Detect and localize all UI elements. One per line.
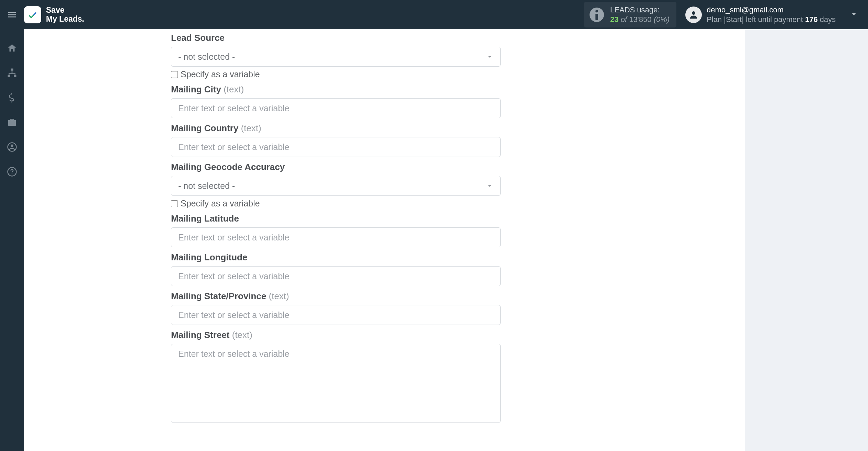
checkbox-lead-source-variable-input[interactable] bbox=[171, 71, 178, 78]
user-icon bbox=[688, 10, 699, 20]
leads-usage-box[interactable]: LEADS usage: 23 of 13'850 (0%) bbox=[584, 2, 676, 27]
chevron-down-icon bbox=[486, 53, 493, 60]
info-icon bbox=[590, 8, 604, 22]
user-menu[interactable]: demo_sml@gmail.com Plan |Start| left unt… bbox=[685, 5, 836, 24]
leads-total: 13'850 bbox=[629, 15, 651, 24]
form-card: Lead Source - not selected - Specify as … bbox=[24, 29, 745, 451]
field-mailing-state: Mailing State/Province (text) bbox=[171, 291, 745, 325]
input-mailing-city[interactable] bbox=[178, 103, 493, 113]
sitemap-icon bbox=[7, 68, 17, 78]
chevron-down-icon bbox=[849, 10, 858, 19]
input-mailing-longitude-wrap bbox=[171, 266, 501, 286]
leads-used: 23 bbox=[610, 15, 618, 24]
chevron-down-icon bbox=[486, 182, 493, 190]
logo-badge bbox=[24, 6, 41, 23]
header-expand-button[interactable] bbox=[836, 10, 858, 20]
checkbox-lead-source-variable[interactable]: Specify as a variable bbox=[171, 69, 745, 79]
leads-pct: (0%) bbox=[654, 15, 670, 24]
dollar-icon bbox=[7, 92, 17, 103]
input-mailing-latitude[interactable] bbox=[178, 233, 493, 243]
sidebar-item-account[interactable] bbox=[5, 140, 19, 154]
sidebar-item-help[interactable] bbox=[5, 165, 19, 178]
logo[interactable]: Save My Leads. bbox=[24, 6, 84, 23]
label-mailing-street: Mailing Street (text) bbox=[171, 330, 745, 340]
label-mailing-state: Mailing State/Province (text) bbox=[171, 291, 745, 302]
input-mailing-state-wrap bbox=[171, 305, 501, 325]
input-mailing-country-wrap bbox=[171, 137, 501, 157]
select-lead-source[interactable]: - not selected - bbox=[171, 47, 501, 67]
briefcase-icon bbox=[7, 117, 17, 127]
svg-rect-5 bbox=[14, 75, 16, 77]
label-lead-source: Lead Source bbox=[171, 33, 745, 43]
svg-point-2 bbox=[692, 11, 695, 15]
label-mailing-latitude: Mailing Latitude bbox=[171, 213, 745, 224]
field-mailing-geocode-accuracy: Mailing Geocode Accuracy - not selected … bbox=[171, 162, 745, 208]
svg-rect-3 bbox=[11, 69, 13, 71]
sidebar-item-home[interactable] bbox=[5, 42, 19, 55]
label-mailing-city: Mailing City (text) bbox=[171, 84, 745, 95]
svg-rect-1 bbox=[595, 14, 598, 20]
leads-usage-text: LEADS usage: 23 of 13'850 (0%) bbox=[610, 5, 670, 24]
svg-point-7 bbox=[11, 145, 13, 147]
input-mailing-city-wrap bbox=[171, 98, 501, 118]
checkbox-mailing-geocode-accuracy-variable[interactable]: Specify as a variable bbox=[171, 199, 745, 208]
input-mailing-latitude-wrap bbox=[171, 227, 501, 247]
select-mailing-geocode-accuracy[interactable]: - not selected - bbox=[171, 176, 501, 196]
svg-rect-4 bbox=[8, 75, 11, 77]
user-email: demo_sml@gmail.com bbox=[707, 5, 836, 15]
input-mailing-longitude[interactable] bbox=[178, 271, 493, 281]
select-lead-source-value: - not selected - bbox=[178, 52, 235, 62]
field-lead-source: Lead Source - not selected - Specify as … bbox=[171, 33, 745, 79]
checkmark-icon bbox=[27, 9, 38, 21]
menu-button[interactable] bbox=[0, 0, 24, 29]
sidebar-item-billing[interactable] bbox=[5, 91, 19, 104]
page: Lead Source - not selected - Specify as … bbox=[24, 29, 868, 451]
sidebar-item-integrations[interactable] bbox=[5, 66, 19, 79]
user-circle-icon bbox=[7, 142, 17, 152]
svg-point-0 bbox=[595, 10, 598, 12]
top-bar: Save My Leads. LEADS usage: 23 of 13'850… bbox=[0, 0, 868, 29]
form-area: Lead Source - not selected - Specify as … bbox=[24, 29, 745, 448]
field-mailing-country: Mailing Country (text) bbox=[171, 123, 745, 157]
logo-text: Save My Leads. bbox=[46, 6, 84, 23]
field-mailing-latitude: Mailing Latitude bbox=[171, 213, 745, 247]
textarea-mailing-street[interactable] bbox=[178, 349, 493, 422]
field-mailing-longitude: Mailing Longitude bbox=[171, 252, 745, 286]
sidebar-item-briefcase[interactable] bbox=[5, 116, 19, 129]
label-mailing-geocode-accuracy: Mailing Geocode Accuracy bbox=[171, 162, 745, 172]
input-mailing-country[interactable] bbox=[178, 142, 493, 152]
textarea-mailing-street-wrap bbox=[171, 344, 501, 423]
svg-point-9 bbox=[12, 173, 13, 174]
user-plan: Plan |Start| left until payment 176 days bbox=[707, 15, 836, 24]
sidebar bbox=[0, 29, 24, 451]
user-text: demo_sml@gmail.com Plan |Start| left unt… bbox=[707, 5, 836, 24]
label-mailing-country: Mailing Country (text) bbox=[171, 123, 745, 134]
field-mailing-street: Mailing Street (text) bbox=[171, 330, 745, 423]
label-mailing-longitude: Mailing Longitude bbox=[171, 252, 745, 263]
help-icon bbox=[7, 167, 17, 177]
select-mailing-geocode-accuracy-value: - not selected - bbox=[178, 181, 235, 191]
checkbox-mailing-geocode-accuracy-variable-input[interactable] bbox=[171, 200, 178, 207]
field-mailing-city: Mailing City (text) bbox=[171, 84, 745, 118]
input-mailing-state[interactable] bbox=[178, 310, 493, 320]
home-icon bbox=[7, 43, 17, 53]
avatar bbox=[685, 7, 702, 23]
hamburger-icon bbox=[7, 10, 17, 20]
